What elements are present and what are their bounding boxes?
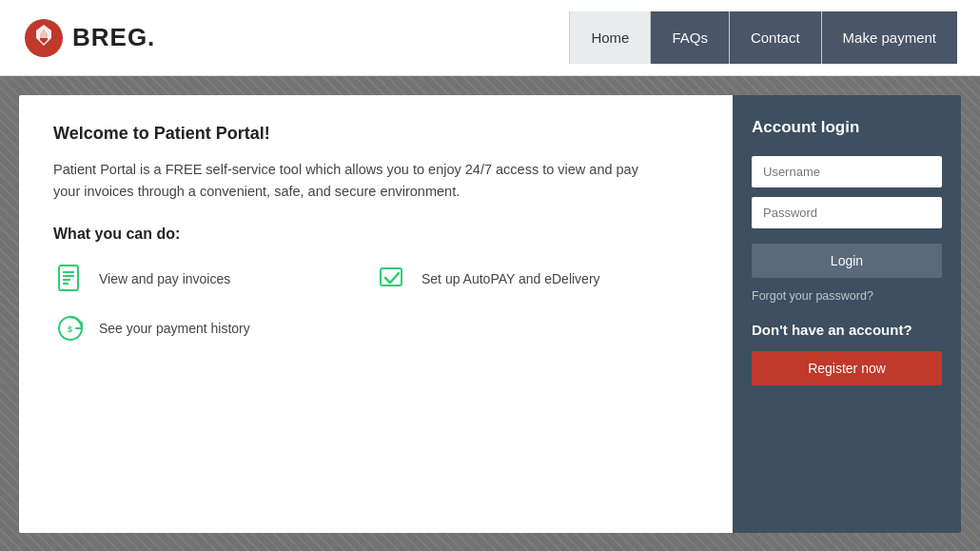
main-panel: Welcome to Patient Portal! Patient Porta… (19, 95, 733, 533)
logo: BREG. (23, 17, 155, 59)
welcome-title: Welcome to Patient Portal! (53, 124, 698, 144)
no-account-title: Don't have an account? (752, 322, 942, 338)
what-you-can-do-title: What you can do: (53, 226, 698, 243)
nav-faqs[interactable]: FAQs (650, 11, 729, 64)
register-button[interactable]: Register now (752, 351, 942, 385)
login-button[interactable]: Login (752, 244, 942, 278)
header: BREG. Home FAQs Contact Make payment (0, 0, 980, 76)
nav-home[interactable]: Home (569, 11, 650, 64)
forgot-password-link[interactable]: Forgot your password? (752, 289, 942, 303)
svg-text:$: $ (68, 325, 72, 334)
content-wrapper: Welcome to Patient Portal! Patient Porta… (19, 95, 961, 533)
features-grid: View and pay invoices Set up AutoPAY and… (53, 262, 698, 345)
feature-invoices: View and pay invoices (53, 262, 376, 296)
feature-payment-history: $ See your payment history (53, 311, 376, 345)
hero-background: Welcome to Patient Portal! Patient Porta… (0, 76, 980, 551)
welcome-description: Patient Portal is a FREE self-service to… (53, 159, 643, 203)
payment-history-label: See your payment history (99, 321, 250, 336)
svg-rect-2 (59, 266, 78, 290)
nav-contact[interactable]: Contact (729, 11, 821, 64)
main-nav: Home FAQs Contact Make payment (569, 11, 957, 64)
invoices-label: View and pay invoices (99, 271, 230, 286)
feature-autopay: Set up AutoPAY and eDelivery (376, 262, 698, 296)
logo-text: BREG. (72, 23, 155, 52)
breg-logo-icon (23, 17, 65, 59)
invoice-icon (53, 262, 88, 296)
password-input[interactable] (752, 197, 942, 228)
nav-make-payment[interactable]: Make payment (821, 11, 957, 64)
username-input[interactable] (752, 156, 942, 187)
autopay-icon (376, 262, 410, 296)
payment-history-icon: $ (53, 311, 88, 345)
autopay-label: Set up AutoPAY and eDelivery (421, 271, 600, 286)
login-panel: Account login Login Forgot your password… (733, 95, 961, 533)
login-title: Account login (752, 118, 942, 137)
